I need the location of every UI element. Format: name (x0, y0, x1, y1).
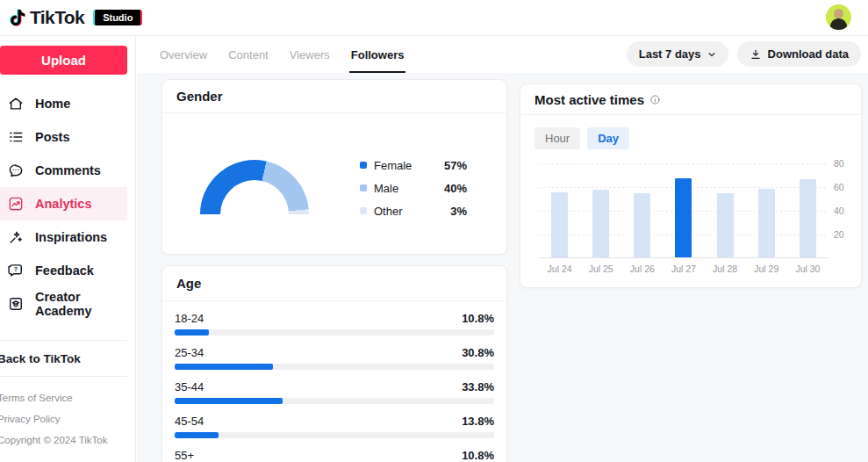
sidebar-item-posts[interactable]: Posts (0, 120, 127, 154)
upload-button[interactable]: Upload (0, 46, 127, 75)
y-tick-label: 80 (834, 158, 844, 169)
legend-swatch (360, 207, 367, 214)
age-bar-track (175, 432, 494, 438)
toggle-day[interactable]: Day (587, 127, 629, 149)
x-tick-label: Jul 28 (705, 263, 746, 274)
tab-followers[interactable]: Followers (351, 36, 405, 73)
age-percentage: 30.8% (462, 346, 494, 359)
posts-icon (7, 128, 25, 146)
most-active-times-title: Most active times (534, 92, 644, 107)
analytics-tabs: OverviewContentViewersFollowers (160, 36, 404, 73)
gender-legend: Female57%Male40%Other3% (360, 154, 467, 222)
sidebar-item-label: Analytics (35, 197, 91, 211)
age-bar-fill (175, 398, 283, 404)
bar-column-jul-28 (705, 193, 746, 257)
date-range-selector[interactable]: Last 7 days (627, 41, 728, 67)
footer-link-privacy-policy[interactable]: Privacy Policy (0, 408, 127, 430)
download-icon (750, 48, 762, 61)
age-range-label: 35-44 (175, 380, 204, 393)
sidebar-item-home[interactable]: Home (0, 87, 127, 120)
tiktok-note-icon (7, 6, 28, 29)
studio-badge: Studio (93, 10, 142, 25)
sidebar-item-inspirations[interactable]: Inspirations (0, 220, 127, 254)
active-times-bar-chart (539, 163, 829, 258)
y-tick-label: 60 (834, 182, 844, 192)
legend-row-male: Male40% (360, 177, 467, 199)
back-to-tiktok-link[interactable]: Back to TikTok (0, 341, 127, 376)
date-range-label: Last 7 days (639, 47, 701, 61)
footer-link-copyright-2024-tiktok[interactable]: Copyright © 2024 TikTok (0, 430, 127, 451)
tab-overview[interactable]: Overview (160, 36, 207, 73)
tab-content[interactable]: Content (228, 36, 269, 73)
comments-icon (7, 162, 25, 179)
chevron-down-icon (707, 50, 716, 59)
age-bar-track (175, 364, 494, 370)
age-row-35-44: 35-4433.8% (175, 379, 494, 404)
age-bar-track (175, 398, 494, 404)
bar-jul-29[interactable] (758, 189, 775, 257)
bar-column-jul-29 (746, 189, 787, 257)
legend-label: Female (374, 159, 412, 172)
x-tick-label: Jul 27 (663, 263, 704, 274)
gender-donut-chart (200, 160, 309, 214)
age-bar-fill (175, 432, 219, 438)
home-icon (7, 95, 25, 112)
sidebar-item-creator-academy[interactable]: Creator Academy (0, 287, 127, 321)
sidebar-item-label: Feedback (35, 263, 94, 278)
age-card: Age 18-2410.8%25-3430.8%35-4433.8%45-541… (161, 265, 507, 462)
tab-viewers[interactable]: Viewers (290, 36, 330, 73)
info-icon[interactable] (649, 94, 661, 105)
age-range-label: 45-54 (175, 415, 204, 428)
bar-column-jul-30 (787, 179, 829, 257)
age-row-header: 45-5413.8% (175, 414, 494, 429)
age-bar-track (175, 329, 494, 336)
legend-value: 57% (444, 159, 467, 172)
age-percentage: 10.8% (462, 449, 494, 462)
x-tick-label: Jul 30 (787, 263, 829, 274)
bar-jul-28[interactable] (717, 193, 734, 257)
x-tick-label: Jul 26 (621, 263, 663, 274)
download-data-button[interactable]: Download data (737, 41, 861, 67)
age-percentage: 10.8% (462, 312, 494, 325)
gender-card: Gender Female57%Male40%Other3% (161, 79, 507, 255)
app-header: TikTok Studio (0, 0, 868, 36)
svg-text:?: ? (14, 266, 18, 273)
sidebar-item-label: Comments (35, 163, 101, 177)
sidebar-item-comments[interactable]: Comments (0, 154, 127, 187)
most-active-times-card: Most active times HourDay Jul 24Jul 25Ju… (520, 83, 862, 288)
user-avatar[interactable] (826, 4, 851, 30)
bar-jul-30[interactable] (800, 179, 816, 257)
sidebar-item-analytics[interactable]: Analytics (0, 187, 127, 220)
analytics-topbar: OverviewContentViewersFollowers Last 7 d… (137, 36, 868, 73)
download-data-label: Download data (768, 47, 849, 61)
age-range-label: 55+ (175, 449, 194, 462)
legend-value: 40% (444, 182, 467, 195)
bar-jul-27[interactable] (675, 178, 692, 257)
sidebar-item-label: Inspirations (35, 230, 107, 244)
bar-jul-25[interactable] (592, 190, 609, 257)
age-row-25-34: 25-3430.8% (175, 345, 494, 370)
age-distribution-list: 18-2410.8%25-3430.8%35-4433.8%45-5413.8%… (162, 311, 506, 462)
tiktok-logo[interactable]: TikTok Studio (7, 6, 142, 29)
age-row-55: 55+10.8% (175, 448, 494, 462)
bar-jul-24[interactable] (551, 192, 568, 257)
age-bar-fill (175, 329, 209, 336)
sidebar-item-label: Posts (35, 130, 70, 144)
y-tick-label: 20 (834, 229, 844, 240)
bar-column-jul-26 (621, 193, 663, 257)
footer-link-terms-of-service[interactable]: Terms of Service (0, 387, 127, 408)
age-row-45-54: 45-5413.8% (175, 414, 494, 438)
age-range-label: 18-24 (175, 312, 204, 325)
y-tick-label: 40 (834, 206, 844, 216)
gender-card-title: Gender (162, 80, 506, 113)
sidebar-item-feedback[interactable]: ?Feedback (0, 254, 127, 287)
age-row-header: 35-4433.8% (175, 379, 494, 394)
legal-links: Terms of ServicePrivacy PolicyCopyright … (0, 377, 127, 462)
sidebar: Upload HomePostsCommentsAnalyticsInspira… (0, 36, 136, 462)
toggle-hour[interactable]: Hour (534, 127, 580, 149)
main-content: OverviewContentViewersFollowers Last 7 d… (137, 36, 868, 462)
age-row-header: 55+10.8% (175, 448, 494, 462)
bar-jul-26[interactable] (634, 193, 650, 257)
age-percentage: 13.8% (462, 415, 494, 428)
inspirations-icon (7, 228, 25, 246)
